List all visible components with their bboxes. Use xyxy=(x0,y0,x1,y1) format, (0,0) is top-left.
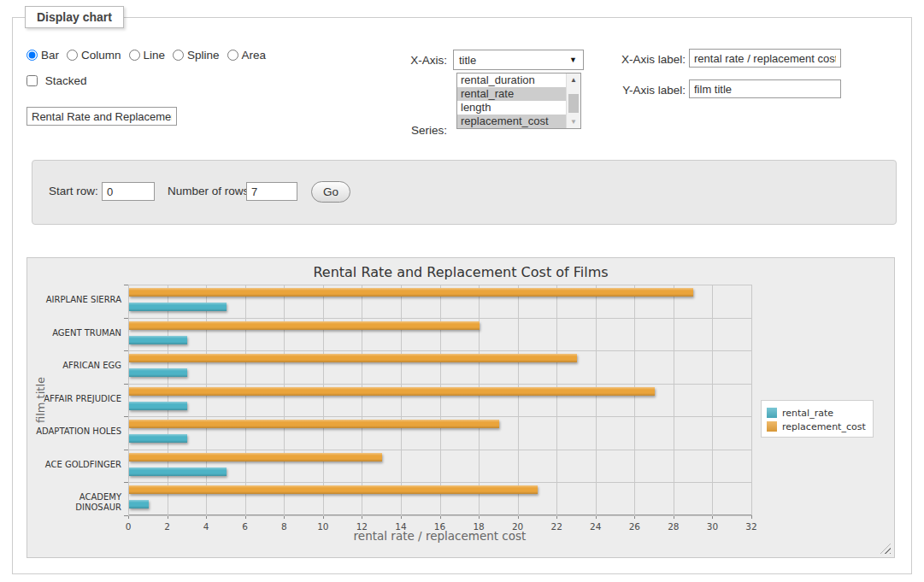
bar-rental_rate[interactable] xyxy=(129,303,227,311)
bar-rental_rate[interactable] xyxy=(129,434,187,443)
xaxis-select[interactable]: title ▼ xyxy=(453,50,584,70)
radio-area[interactable] xyxy=(227,50,238,61)
scroll-thumb[interactable] xyxy=(568,94,579,113)
bar-replacement_cost[interactable] xyxy=(129,420,499,428)
resize-grip-icon[interactable] xyxy=(880,544,891,554)
x-gridline xyxy=(245,285,246,515)
x-gridline xyxy=(440,285,441,515)
go-button[interactable]: Go xyxy=(311,181,350,203)
bar-rental_rate[interactable] xyxy=(129,336,187,344)
x-gridline xyxy=(401,285,402,515)
x-gridline xyxy=(634,285,635,515)
chart-legend: rental_ratereplacement_cost xyxy=(761,400,874,438)
y-gridline xyxy=(128,384,751,385)
bar-rental_rate[interactable] xyxy=(129,467,227,476)
x-tick-label: 16 xyxy=(427,521,453,532)
scroll-down-icon[interactable]: ▼ xyxy=(567,115,580,128)
y-gridline xyxy=(128,482,751,483)
xaxis-selected-value: title xyxy=(459,54,476,67)
num-rows-input[interactable] xyxy=(246,182,297,201)
x-tick-label: 28 xyxy=(661,521,686,532)
yaxis-label-input[interactable] xyxy=(689,79,841,98)
category-label: AFRICAN EGG xyxy=(31,361,121,371)
category-label: ACE GOLDFINGER xyxy=(31,460,121,470)
num-rows-label: Number of rows: xyxy=(168,185,252,197)
radio-bar[interactable] xyxy=(26,50,38,61)
bar-replacement_cost[interactable] xyxy=(129,321,480,330)
x-tick-label: 20 xyxy=(505,521,531,532)
series-multiselect[interactable]: rental_durationrental_ratelengthreplacem… xyxy=(456,73,581,129)
chart-type-option-column[interactable]: Column xyxy=(67,49,121,62)
dropdown-arrow-icon: ▼ xyxy=(569,56,577,64)
x-gridline xyxy=(284,285,285,515)
y-tick-mark xyxy=(124,450,128,450)
bar-rental_rate[interactable] xyxy=(129,368,187,377)
category-label: AGENT TRUMAN xyxy=(31,328,121,338)
x-tick-mark xyxy=(751,515,752,519)
x-gridline xyxy=(751,285,752,515)
x-tick-label: 0 xyxy=(115,521,141,532)
x-tick-label: 12 xyxy=(349,521,374,532)
bar-rental_rate[interactable] xyxy=(129,500,149,509)
y-tick-mark xyxy=(124,515,128,516)
page: Display chart BarColumnLineSplineArea St… xyxy=(0,0,924,582)
radio-column[interactable] xyxy=(67,50,78,61)
bar-replacement_cost[interactable] xyxy=(129,288,693,297)
series-option-length[interactable]: length xyxy=(457,101,566,115)
y-tick-mark xyxy=(124,318,128,319)
x-gridline xyxy=(168,285,168,515)
xaxis-select-label: X-Axis: xyxy=(362,54,447,67)
legend-item-rental_rate[interactable]: rental_rate xyxy=(767,405,866,419)
panel-title: Display chart xyxy=(25,6,124,28)
bar-rental_rate[interactable] xyxy=(129,402,187,410)
xaxis-label-input[interactable] xyxy=(689,49,841,68)
bar-replacement_cost[interactable] xyxy=(129,485,538,494)
legend-label: replacement_cost xyxy=(782,421,866,432)
chart-type-option-line[interactable]: Line xyxy=(129,49,166,62)
bar-replacement_cost[interactable] xyxy=(129,387,655,396)
bar-replacement_cost[interactable] xyxy=(129,354,577,362)
x-tick-label: 32 xyxy=(739,521,764,532)
x-gridline xyxy=(128,285,129,515)
series-option-rental_duration[interactable]: rental_duration xyxy=(457,73,566,87)
series-option-replacement_cost[interactable]: replacement_cost xyxy=(457,115,566,128)
row-controls-box: Start row: Number of rows: Go xyxy=(32,160,897,225)
start-row-input[interactable] xyxy=(102,182,155,201)
y-tick-mark xyxy=(124,285,128,285)
y-tick-mark xyxy=(124,350,128,351)
series-options: rental_durationrental_ratelengthreplacem… xyxy=(457,73,566,128)
radio-spline[interactable] xyxy=(173,50,184,61)
stacked-checkbox[interactable] xyxy=(26,75,38,86)
series-scrollbar[interactable]: ▲ ▼ xyxy=(566,73,580,128)
x-tick-label: 6 xyxy=(232,521,258,532)
scroll-up-icon[interactable]: ▲ xyxy=(567,73,580,86)
category-label: AFFAIR PREJUDICE xyxy=(31,394,121,404)
y-gridline xyxy=(128,285,751,285)
chart-type-option-spline[interactable]: Spline xyxy=(173,49,220,62)
y-gridline xyxy=(128,450,751,450)
category-label: ADAPTATION HOLES xyxy=(31,426,121,437)
x-gridline xyxy=(518,285,519,515)
x-gridline xyxy=(206,285,207,515)
start-row-label: Start row: xyxy=(49,185,98,197)
x-tick-label: 26 xyxy=(621,521,647,532)
yaxis-label-field-label: Y-Axis label: xyxy=(602,84,686,97)
chart-type-option-area[interactable]: Area xyxy=(227,49,267,62)
stacked-option[interactable]: Stacked xyxy=(26,74,87,87)
x-tick-label: 30 xyxy=(699,521,725,532)
x-gridline xyxy=(362,285,362,515)
display-chart-panel: Display chart BarColumnLineSplineArea St… xyxy=(12,17,912,574)
x-tick-label: 4 xyxy=(193,521,219,532)
y-gridline xyxy=(128,515,751,516)
legend-item-replacement_cost[interactable]: replacement_cost xyxy=(767,419,866,432)
radio-line[interactable] xyxy=(129,50,140,61)
series-option-rental_rate[interactable]: rental_rate xyxy=(457,87,566,101)
x-tick-label: 14 xyxy=(388,521,414,532)
bar-replacement_cost[interactable] xyxy=(129,453,382,461)
x-gridline xyxy=(674,285,674,515)
chart-title-input[interactable] xyxy=(26,107,177,126)
chart-title: Rental Rate and Replacement Cost of Film… xyxy=(27,264,894,280)
x-gridline xyxy=(596,285,597,515)
x-gridline xyxy=(323,285,324,515)
chart-type-option-bar[interactable]: Bar xyxy=(26,49,59,62)
